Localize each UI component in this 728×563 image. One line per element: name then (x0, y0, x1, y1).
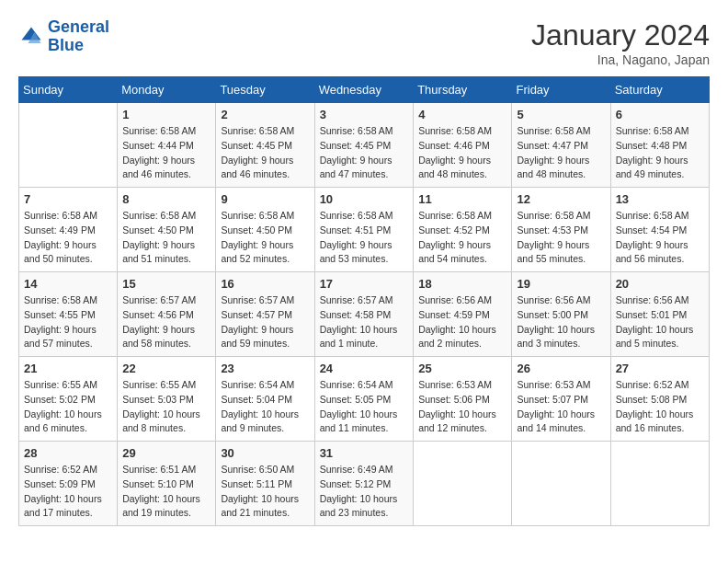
day-info: Sunrise: 6:58 AMSunset: 4:45 PMDaylight:… (221, 124, 309, 182)
day-number: 13 (616, 192, 704, 206)
day-info: Sunrise: 6:58 AMSunset: 4:46 PMDaylight:… (418, 124, 506, 182)
day-info: Sunrise: 6:58 AMSunset: 4:53 PMDaylight:… (517, 209, 605, 267)
calendar-cell: 27Sunrise: 6:52 AMSunset: 5:08 PMDayligh… (610, 357, 709, 442)
calendar-cell: 5Sunrise: 6:58 AMSunset: 4:47 PMDaylight… (512, 103, 610, 188)
calendar-cell: 20Sunrise: 6:56 AMSunset: 5:01 PMDayligh… (610, 272, 709, 357)
column-header-friday: Friday (512, 77, 610, 103)
calendar-cell: 3Sunrise: 6:58 AMSunset: 4:45 PMDaylight… (314, 103, 414, 188)
day-number: 2 (221, 108, 309, 121)
column-header-monday: Monday (118, 77, 216, 103)
day-info: Sunrise: 6:53 AMSunset: 5:07 PMDaylight:… (517, 378, 605, 436)
day-info: Sunrise: 6:57 AMSunset: 4:56 PMDaylight:… (122, 293, 210, 351)
day-info: Sunrise: 6:57 AMSunset: 4:57 PMDaylight:… (221, 293, 309, 351)
calendar-cell: 4Sunrise: 6:58 AMSunset: 4:46 PMDaylight… (414, 103, 512, 188)
day-number: 1 (122, 108, 210, 121)
day-info: Sunrise: 6:58 AMSunset: 4:48 PMDaylight:… (616, 124, 704, 182)
day-info: Sunrise: 6:58 AMSunset: 4:50 PMDaylight:… (122, 209, 210, 267)
calendar-cell: 6Sunrise: 6:58 AMSunset: 4:48 PMDaylight… (610, 103, 709, 188)
day-number: 5 (517, 108, 605, 121)
calendar-cell: 29Sunrise: 6:51 AMSunset: 5:10 PMDayligh… (118, 442, 216, 526)
title-block: January 2024 Ina, Nagano, Japan (531, 18, 710, 67)
day-number: 17 (320, 277, 409, 291)
day-info: Sunrise: 6:58 AMSunset: 4:50 PMDaylight:… (221, 209, 309, 267)
day-number: 9 (221, 192, 309, 206)
day-number: 21 (24, 362, 112, 375)
calendar-subtitle: Ina, Nagano, Japan (531, 52, 710, 67)
calendar-cell: 1Sunrise: 6:58 AMSunset: 4:44 PMDaylight… (118, 103, 216, 188)
day-info: Sunrise: 6:56 AMSunset: 4:59 PMDaylight:… (418, 293, 506, 351)
calendar-cell: 23Sunrise: 6:54 AMSunset: 5:04 PMDayligh… (216, 357, 314, 442)
day-info: Sunrise: 6:58 AMSunset: 4:51 PMDaylight:… (320, 209, 409, 267)
day-number: 10 (320, 192, 409, 206)
calendar-cell: 12Sunrise: 6:58 AMSunset: 4:53 PMDayligh… (512, 188, 610, 272)
week-row-5: 28Sunrise: 6:52 AMSunset: 5:09 PMDayligh… (19, 442, 710, 526)
day-number: 23 (221, 362, 309, 375)
header-row: SundayMondayTuesdayWednesdayThursdayFrid… (19, 77, 710, 103)
day-number: 22 (122, 362, 210, 375)
day-number: 3 (320, 108, 409, 121)
day-number: 25 (418, 362, 506, 375)
day-number: 16 (221, 277, 309, 291)
column-header-saturday: Saturday (610, 77, 709, 103)
day-info: Sunrise: 6:55 AMSunset: 5:03 PMDaylight:… (122, 378, 210, 436)
week-row-2: 7Sunrise: 6:58 AMSunset: 4:49 PMDaylight… (19, 188, 710, 272)
day-number: 8 (122, 192, 210, 206)
calendar-cell (512, 442, 610, 526)
calendar-cell: 26Sunrise: 6:53 AMSunset: 5:07 PMDayligh… (512, 357, 610, 442)
day-number: 24 (320, 362, 409, 375)
calendar-cell: 7Sunrise: 6:58 AMSunset: 4:49 PMDaylight… (19, 188, 118, 272)
day-number: 14 (24, 277, 112, 291)
day-info: Sunrise: 6:52 AMSunset: 5:08 PMDaylight:… (616, 378, 704, 436)
day-info: Sunrise: 6:58 AMSunset: 4:49 PMDaylight:… (24, 209, 112, 267)
day-info: Sunrise: 6:58 AMSunset: 4:45 PMDaylight:… (320, 124, 409, 182)
calendar-cell: 2Sunrise: 6:58 AMSunset: 4:45 PMDaylight… (216, 103, 314, 188)
day-info: Sunrise: 6:57 AMSunset: 4:58 PMDaylight:… (320, 293, 409, 351)
day-info: Sunrise: 6:56 AMSunset: 5:00 PMDaylight:… (517, 293, 605, 351)
page-header: General Blue January 2024 Ina, Nagano, J… (18, 18, 710, 67)
day-number: 15 (122, 277, 210, 291)
calendar-cell: 30Sunrise: 6:50 AMSunset: 5:11 PMDayligh… (216, 442, 314, 526)
column-header-thursday: Thursday (414, 77, 512, 103)
logo-text: General Blue (48, 18, 109, 55)
calendar-cell: 9Sunrise: 6:58 AMSunset: 4:50 PMDaylight… (216, 188, 314, 272)
day-number: 30 (221, 446, 309, 460)
day-number: 4 (418, 108, 506, 121)
day-number: 7 (24, 192, 112, 206)
column-header-sunday: Sunday (19, 77, 118, 103)
calendar-cell: 10Sunrise: 6:58 AMSunset: 4:51 PMDayligh… (314, 188, 414, 272)
day-number: 31 (320, 446, 409, 460)
calendar-cell (19, 103, 118, 188)
calendar-cell: 8Sunrise: 6:58 AMSunset: 4:50 PMDaylight… (118, 188, 216, 272)
calendar-cell: 22Sunrise: 6:55 AMSunset: 5:03 PMDayligh… (118, 357, 216, 442)
day-number: 20 (616, 277, 704, 291)
day-info: Sunrise: 6:58 AMSunset: 4:55 PMDaylight:… (24, 293, 112, 351)
day-info: Sunrise: 6:58 AMSunset: 4:52 PMDaylight:… (418, 209, 506, 267)
day-number: 27 (616, 362, 704, 375)
day-number: 28 (24, 446, 112, 460)
day-info: Sunrise: 6:58 AMSunset: 4:54 PMDaylight:… (616, 209, 704, 267)
calendar-cell: 14Sunrise: 6:58 AMSunset: 4:55 PMDayligh… (19, 272, 118, 357)
day-number: 29 (122, 446, 210, 460)
calendar-cell (414, 442, 512, 526)
calendar-cell: 19Sunrise: 6:56 AMSunset: 5:00 PMDayligh… (512, 272, 610, 357)
calendar-cell: 15Sunrise: 6:57 AMSunset: 4:56 PMDayligh… (118, 272, 216, 357)
calendar-cell: 31Sunrise: 6:49 AMSunset: 5:12 PMDayligh… (314, 442, 414, 526)
logo-line2: Blue (48, 36, 84, 54)
calendar-cell: 28Sunrise: 6:52 AMSunset: 5:09 PMDayligh… (19, 442, 118, 526)
calendar-cell: 17Sunrise: 6:57 AMSunset: 4:58 PMDayligh… (314, 272, 414, 357)
calendar-table: SundayMondayTuesdayWednesdayThursdayFrid… (18, 76, 710, 526)
logo-line1: General (48, 17, 109, 36)
day-info: Sunrise: 6:53 AMSunset: 5:06 PMDaylight:… (418, 378, 506, 436)
calendar-title: January 2024 (531, 18, 710, 52)
calendar-cell: 11Sunrise: 6:58 AMSunset: 4:52 PMDayligh… (414, 188, 512, 272)
calendar-cell (610, 442, 709, 526)
day-info: Sunrise: 6:52 AMSunset: 5:09 PMDaylight:… (24, 463, 112, 521)
day-info: Sunrise: 6:54 AMSunset: 5:04 PMDaylight:… (221, 378, 309, 436)
calendar-cell: 21Sunrise: 6:55 AMSunset: 5:02 PMDayligh… (19, 357, 118, 442)
calendar-cell: 16Sunrise: 6:57 AMSunset: 4:57 PMDayligh… (216, 272, 314, 357)
calendar-cell: 18Sunrise: 6:56 AMSunset: 4:59 PMDayligh… (414, 272, 512, 357)
day-info: Sunrise: 6:54 AMSunset: 5:05 PMDaylight:… (320, 378, 409, 436)
day-info: Sunrise: 6:49 AMSunset: 5:12 PMDaylight:… (320, 463, 409, 521)
calendar-cell: 25Sunrise: 6:53 AMSunset: 5:06 PMDayligh… (414, 357, 512, 442)
week-row-3: 14Sunrise: 6:58 AMSunset: 4:55 PMDayligh… (19, 272, 710, 357)
